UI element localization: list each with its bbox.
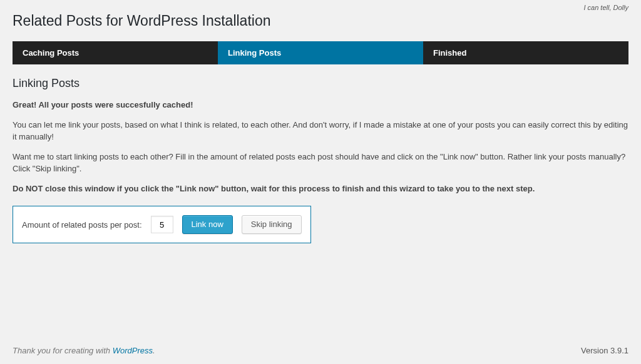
step-finished[interactable]: Finished (423, 41, 628, 64)
amount-input[interactable] (151, 216, 173, 233)
hello-dolly-lyric: I can tell, Dolly (583, 4, 628, 11)
linking-action-box: Amount of related posts per post: Link n… (13, 206, 311, 243)
footer-thanks-prefix: Thank you for creating with (13, 346, 113, 355)
wordpress-link[interactable]: WordPress (113, 346, 153, 355)
link-now-button[interactable]: Link now (182, 215, 233, 234)
section-title: Linking Posts (13, 77, 628, 90)
amount-label: Amount of related posts per post: (22, 220, 142, 230)
version-label: Version 3.9.1 (581, 346, 628, 355)
admin-footer: Thank you for creating with WordPress. V… (0, 340, 641, 364)
skip-linking-button[interactable]: Skip linking (242, 215, 302, 234)
main-content-wrap: Related Posts for WordPress Installation… (0, 0, 641, 243)
page-title: Related Posts for WordPress Installation (13, 6, 628, 33)
wizard-steps: Caching Posts Linking Posts Finished (13, 41, 628, 64)
success-message: Great! All your posts were succesfully c… (13, 99, 628, 111)
description-paragraph-2: Want me to start linking posts to each o… (13, 151, 628, 175)
step-linking-posts[interactable]: Linking Posts (218, 41, 423, 64)
footer-thanks: Thank you for creating with WordPress. (13, 346, 155, 355)
step-caching-posts[interactable]: Caching Posts (13, 41, 218, 64)
footer-period: . (153, 346, 155, 355)
warning-paragraph: Do NOT close this window if you click th… (13, 183, 628, 195)
description-paragraph-1: You can let me link your posts, based on… (13, 119, 628, 143)
